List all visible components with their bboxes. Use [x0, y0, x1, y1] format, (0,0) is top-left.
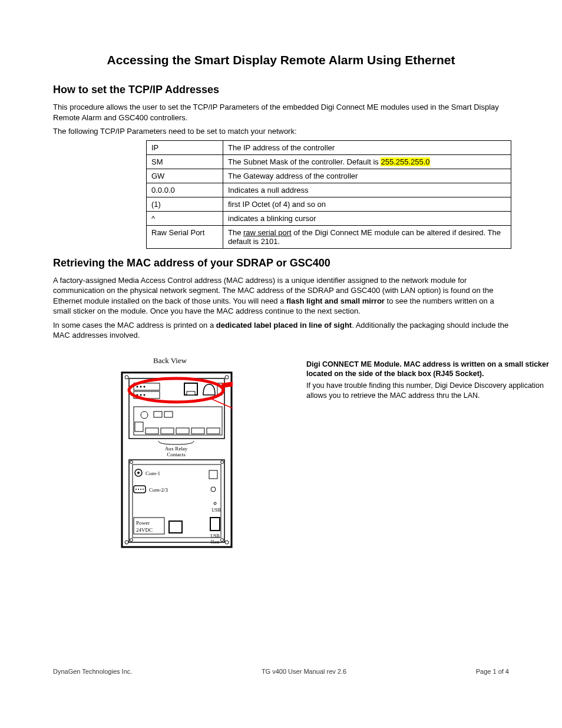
param-val: indicates a blinking cursor: [223, 211, 511, 225]
section-heading-1: How to set the TCP/IP Addresses: [53, 84, 509, 96]
param-key: Raw Serial Port: [147, 225, 223, 248]
intro-para-1: This procedure allows the user to set th…: [53, 102, 509, 123]
params-table: IP The IP address of the controller SM T…: [146, 140, 511, 249]
table-row: ^ indicates a blinking cursor: [147, 211, 511, 225]
table-row: SM The Subnet Mask of the controller. De…: [147, 154, 511, 169]
page-footer: DynaGen Technologies Inc. TG v400 User M…: [53, 668, 509, 675]
diagram-callout: Digi CONNECT ME Module. MAC address is w…: [306, 360, 554, 400]
svg-point-52: [221, 460, 224, 463]
param-val: The Subnet Mask of the controller. Defau…: [223, 154, 511, 169]
svg-point-51: [130, 460, 133, 463]
param-key: ^: [147, 211, 223, 225]
svg-point-5: [144, 386, 146, 387]
svg-rect-18: [146, 428, 158, 434]
param-val: first IP Octet (of 4) and so on: [223, 197, 511, 211]
param-val: The IP address of the controller: [223, 140, 511, 154]
mac-para-1: A factory-assigned Media Access Control …: [53, 275, 509, 317]
svg-rect-40: [209, 470, 217, 479]
svg-rect-20: [176, 428, 189, 434]
svg-point-8: [140, 394, 142, 396]
footer-right: Page 1 of 4: [476, 668, 509, 675]
svg-point-28: [137, 472, 140, 474]
callout-body: If you have trouble finding this number,…: [306, 381, 554, 400]
svg-point-9: [144, 394, 146, 396]
svg-text:Host: Host: [210, 539, 220, 545]
param-key: 0.0.0.0: [147, 183, 223, 197]
highlighted-text: 255.255.255.0: [381, 157, 429, 166]
svg-text:Com-1: Com-1: [146, 470, 160, 476]
svg-rect-17: [135, 422, 143, 431]
svg-text:Com-2/3: Com-2/3: [149, 487, 168, 493]
back-view-label: Back View: [153, 356, 187, 365]
svg-point-54: [221, 538, 224, 541]
svg-text:Contacts: Contacts: [167, 452, 186, 457]
svg-rect-39: [169, 521, 182, 533]
param-key: (1): [147, 197, 223, 211]
callout-lead: Digi CONNECT ME Module. MAC address is w…: [306, 360, 554, 379]
footer-center: TG v400 User Manual rev 2.6: [262, 668, 346, 675]
param-key: SM: [147, 154, 223, 169]
svg-rect-22: [207, 428, 220, 434]
intro-para-2: The following TCP/IP Parameters need to …: [53, 126, 509, 137]
svg-point-3: [137, 386, 138, 387]
svg-point-4: [140, 386, 142, 387]
svg-text:Aux Relay: Aux Relay: [165, 446, 188, 452]
diagram-area: Back View Aux Relay Contacts: [53, 356, 509, 545]
mac-para-2: In some cases the MAC address is printed…: [53, 320, 509, 341]
pcb-diagram: Aux Relay Contacts Com-1 Com-2/3 Power 2…: [121, 371, 233, 548]
svg-point-53: [130, 538, 133, 541]
svg-rect-19: [161, 428, 174, 434]
svg-rect-11: [187, 391, 195, 395]
table-row: 0.0.0.0 Indicates a null address: [147, 183, 511, 197]
table-row: IP The IP address of the controller: [147, 140, 511, 154]
param-key: IP: [147, 140, 223, 154]
svg-point-34: [143, 489, 144, 490]
bold-text: flash light and small mirror: [286, 297, 385, 305]
svg-point-42: [214, 502, 216, 505]
param-val: The Gateway address of the controller: [223, 169, 511, 183]
underlined-text: raw serial port: [243, 228, 292, 237]
svg-point-31: [135, 489, 137, 490]
svg-point-47: [125, 375, 128, 379]
table-row: GW The Gateway address of the controller: [147, 169, 511, 183]
svg-text:USB: USB: [211, 508, 221, 513]
svg-point-14: [141, 411, 148, 419]
svg-point-50: [225, 541, 229, 544]
svg-rect-21: [191, 428, 204, 434]
param-val: The raw serial port of the Digi Connect …: [223, 225, 511, 248]
svg-point-48: [225, 375, 229, 379]
svg-text:24VDC: 24VDC: [136, 527, 153, 533]
param-val: Indicates a null address: [223, 183, 511, 197]
svg-text:USB: USB: [210, 533, 220, 539]
svg-point-33: [140, 489, 141, 490]
svg-rect-15: [154, 411, 162, 417]
svg-point-49: [125, 541, 128, 544]
svg-text:Power: Power: [136, 520, 150, 526]
svg-point-32: [138, 489, 139, 490]
svg-rect-16: [164, 411, 173, 417]
table-row: Raw Serial Port The raw serial port of t…: [147, 225, 511, 248]
param-key: GW: [147, 169, 223, 183]
svg-point-41: [211, 487, 216, 492]
section-heading-2: Retrieving the MAC address of your SDRAP…: [53, 257, 509, 269]
svg-rect-44: [210, 518, 220, 531]
table-row: (1) first IP Octet (of 4) and so on: [147, 197, 511, 211]
bold-text: dedicated label placed in line of sight: [216, 321, 352, 330]
page-title: Accessing the Smart Display Remote Alarm…: [53, 53, 509, 67]
footer-left: DynaGen Technologies Inc.: [53, 668, 132, 675]
